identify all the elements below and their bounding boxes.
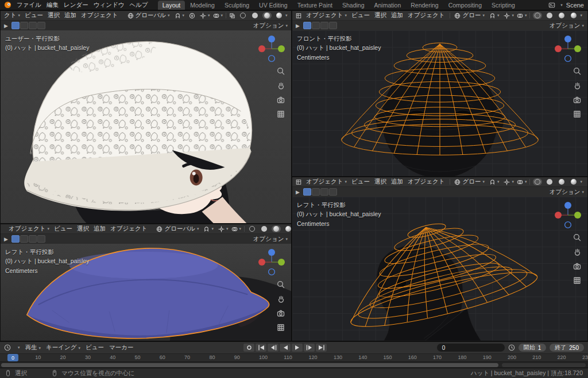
menu-view[interactable]: ビュー [351,11,370,20]
navigation-gizmo[interactable] [257,247,287,277]
editor-type-icon[interactable] [296,13,301,19]
mode-selector[interactable]: クト▾ [4,11,20,20]
move-view-hand-icon[interactable] [573,248,581,256]
select-subtract-tool[interactable] [29,22,37,29]
menu-view[interactable]: ビュー [25,11,43,20]
proportional-edit-icon[interactable] [189,13,195,19]
menu-playback[interactable]: 再生▾ [25,344,41,352]
tab-rendering[interactable]: Rendering [406,1,443,10]
select-extend-tool[interactable] [312,188,320,196]
menu-select[interactable]: 選択 [374,11,386,20]
shading-wireframe-icon[interactable] [533,178,542,185]
snap-magnet-icon[interactable]: ▾ [489,13,500,19]
navigation-gizmo[interactable] [553,34,583,64]
autokey-record-icon[interactable] [243,344,254,352]
menu-object[interactable]: オブジェクト [408,178,444,186]
shading-material-icon[interactable] [262,12,272,19]
menu-add[interactable]: 追加 [391,11,403,20]
shading-solid-icon[interactable] [260,225,269,232]
orientation-selector[interactable]: グロー▾ [454,11,485,20]
jump-to-end-button[interactable] [316,344,327,352]
select-box-tool[interactable] [303,22,311,29]
select-extend-tool[interactable] [20,22,28,29]
select-box-tool[interactable] [11,235,20,243]
select-box-tool[interactable] [11,22,20,29]
clock-icon[interactable] [4,344,11,351]
xray-icon[interactable] [229,13,235,19]
toggle-grid-icon[interactable] [573,110,581,118]
menu-keying[interactable]: キーイング▾ [46,344,80,352]
tool-expand-icon[interactable]: ▶ [4,236,8,242]
menu-marker[interactable]: マーカー [109,344,134,352]
select-intersect-tool[interactable] [37,235,45,243]
menu-window[interactable]: ウィンドウ [94,1,125,9]
options-dropdown[interactable]: オプション▾ [253,22,288,30]
shading-rendered-icon[interactable]: ▾ [569,12,584,19]
shading-wireframe-icon[interactable] [238,12,247,19]
tool-expand-icon[interactable]: ▶ [296,23,300,29]
tab-texture-paint[interactable]: Texture Paint [293,1,337,10]
frame-end-field[interactable]: 終了250 [550,344,584,352]
current-frame-field[interactable]: 0 [437,344,505,352]
mode-selector[interactable]: オブジェクト▾ [306,11,347,20]
select-box-tool[interactable] [303,188,311,196]
show-gizmo-icon[interactable]: ▾ [504,179,514,185]
select-subtract-tool[interactable] [320,188,328,196]
viewport-3d-canvas[interactable]: レフト・平行投影 (0) ハット | bucket_hat_paisley Ce… [292,197,587,341]
tab-shading[interactable]: Shading [338,1,369,10]
tab-animation[interactable]: Animation [370,1,406,10]
menu-object[interactable]: オブジェクト [81,11,118,20]
select-intersect-tool[interactable] [329,22,337,29]
timeline-scrollbar-track-end[interactable] [502,363,586,367]
snap-magnet-icon[interactable]: ▾ [489,179,500,185]
zoom-icon[interactable] [573,233,581,241]
tool-expand-icon[interactable]: ▶ [296,189,300,195]
toggle-grid-icon[interactable] [573,276,581,285]
show-gizmo-icon[interactable]: ▾ [504,13,514,19]
show-gizmo-icon[interactable]: ▾ [218,226,229,232]
shading-wireframe-icon[interactable] [247,225,257,232]
menu-object[interactable]: オブジェクト [110,225,147,233]
shading-solid-icon[interactable] [250,12,260,19]
menu-add[interactable]: 追加 [94,225,106,233]
tab-modeling[interactable]: Modeling [185,1,219,10]
playhead[interactable]: 0 [7,354,18,361]
options-dropdown[interactable]: オプション▾ [253,235,288,243]
camera-view-icon[interactable] [277,309,285,317]
zoom-icon[interactable] [573,67,581,75]
menu-select[interactable]: 選択 [374,178,386,186]
shading-rendered-icon[interactable]: ▾ [284,225,291,232]
navigation-gizmo[interactable] [257,34,287,64]
mode-selector[interactable]: オブジェクト▾ [306,178,347,186]
menu-file[interactable]: ファイル [17,1,41,9]
scene-selector[interactable]: Scene [566,2,584,9]
tab-sculpting[interactable]: Sculpting [220,1,254,10]
orientation-selector[interactable]: グローバル▾ [156,225,199,233]
camera-view-icon[interactable] [573,96,581,104]
menu-view[interactable]: ビュー [54,225,72,233]
move-view-hand-icon[interactable] [573,81,581,89]
menu-view[interactable]: ビュー [351,178,370,186]
toggle-grid-icon[interactable] [277,324,285,332]
editor-type-icon[interactable] [296,179,301,185]
timeline-ruler[interactable]: 0102030405060708090100110120130140150160… [0,353,588,361]
viewport-3d-canvas[interactable]: レフト・平行投影 (0) ハット | bucket_hat_paisley Ce… [1,244,291,341]
zoom-icon[interactable] [277,67,285,75]
menu-add[interactable]: 追加 [64,11,76,20]
shading-rendered-icon[interactable]: ▾ [569,178,584,185]
select-intersect-tool[interactable] [329,188,337,196]
select-subtract-tool[interactable] [29,235,37,243]
select-extend-tool[interactable] [20,235,28,243]
overlays-icon[interactable]: ▾ [517,179,527,185]
tab-compositing[interactable]: Compositing [444,1,486,10]
shading-wireframe-icon[interactable] [533,12,542,19]
overlays-icon[interactable]: ▾ [517,13,527,19]
play-button[interactable] [292,344,303,352]
snap-magnet-icon[interactable]: ▾ [203,226,214,232]
camera-view-icon[interactable] [277,96,285,104]
frame-start-field[interactable]: 開始1 [519,344,547,352]
shading-rendered-icon[interactable]: ▾ [274,12,289,19]
blender-logo-icon[interactable] [4,1,11,9]
viewport-3d-canvas[interactable]: フロント・平行投影 (0) ハット | bucket_hat_paisley C… [292,30,587,176]
move-view-hand-icon[interactable] [277,81,285,89]
